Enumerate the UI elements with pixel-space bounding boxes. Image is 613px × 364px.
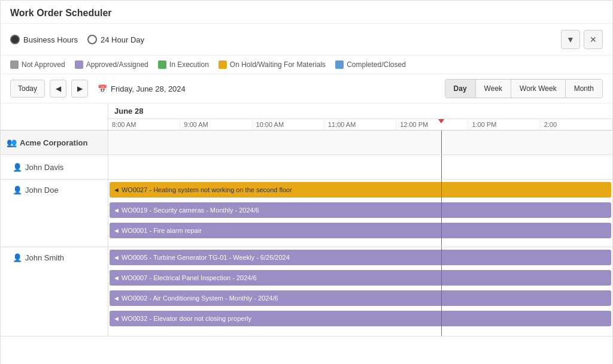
time-11am: 11:00 AM xyxy=(324,119,396,130)
legend-on-hold: On Hold/Waiting For Materials xyxy=(219,60,326,69)
prev-button[interactable]: ◀ xyxy=(50,80,66,98)
header-times: 8:00 AM 9:00 AM 10:00 AM 11:00 AM 12:00 … xyxy=(108,119,612,130)
acme-label: 👥 Acme Corporation xyxy=(1,131,108,154)
date-display: 📅 Friday, June 28, 2024 xyxy=(93,84,190,93)
time-10am: 10:00 AM xyxy=(253,119,324,130)
header-resource-col xyxy=(1,104,108,130)
john-doe-events: ◄ WO0027 - Heating system not working on… xyxy=(108,180,612,247)
close-button[interactable]: ✕ xyxy=(584,30,603,49)
time-8am: 8:00 AM xyxy=(108,119,180,130)
app-title: Work Order Scheduler xyxy=(10,8,603,19)
time-1pm: 1:00 PM xyxy=(468,119,540,130)
resource-row-acme: 👥 Acme Corporation xyxy=(1,131,612,155)
john-davis-events xyxy=(108,155,612,179)
current-date-label: Friday, June 28, 2024 xyxy=(111,84,186,93)
legend-box-completed xyxy=(335,60,344,69)
resource-row-john-davis: 👤 John Davis xyxy=(1,155,612,180)
24-hour-day-radio[interactable] xyxy=(87,35,97,44)
time-line-davis xyxy=(441,155,442,179)
date-label: June 28 xyxy=(108,104,612,119)
event-wo0002[interactable]: ◄ WO0002 - Air Conditioning System - Mon… xyxy=(110,290,611,306)
time-9am: 9:00 AM xyxy=(180,119,252,130)
toolbar-actions: ▼ ✕ xyxy=(561,30,603,49)
24-hour-day-label: 24 Hour Day xyxy=(101,35,144,44)
time-line-doe xyxy=(441,180,442,247)
legend-box-onhold xyxy=(219,60,227,69)
today-button[interactable]: Today xyxy=(10,80,45,98)
event-wo0007[interactable]: ◄ WO0007 - Electrical Panel Inspection -… xyxy=(110,270,611,286)
calendar-icon: 📅 xyxy=(98,84,107,93)
time-2: 2:00 xyxy=(541,119,612,130)
view-week-button[interactable]: Week xyxy=(476,80,511,98)
legend-box-approved xyxy=(75,60,83,69)
24-hour-day-option[interactable]: 24 Hour Day xyxy=(87,35,144,44)
schedule-rows: 👥 Acme Corporation 👤 John Davis xyxy=(1,131,612,364)
legend-label-approved: Approved/Assigned xyxy=(86,60,148,69)
next-button[interactable]: ▶ xyxy=(71,80,88,98)
time-12pm: 12:00 PM xyxy=(396,119,468,130)
legend-in-execution: In Execution xyxy=(158,60,209,69)
john-doe-label: 👤 John Doe xyxy=(1,180,108,247)
person-icon-smith: 👤 xyxy=(13,253,22,262)
time-indicator-triangle xyxy=(438,119,444,123)
person-icon-davis: 👤 xyxy=(13,163,22,172)
toolbar: Business Hours 24 Hour Day ▼ ✕ xyxy=(1,24,612,56)
john-smith-events: ◄ WO0005 - Turbine Generator TG-01 - Wee… xyxy=(108,247,612,336)
legend-bar: Not Approved Approved/Assigned In Execut… xyxy=(1,56,612,74)
view-buttons-group: Day Week Work Week Month xyxy=(445,79,603,98)
event-wo0001[interactable]: ◄ WO0001 - Fire alarm repair xyxy=(110,223,611,238)
view-workweek-button[interactable]: Work Week xyxy=(511,80,566,98)
john-smith-name: John Smith xyxy=(25,253,64,262)
acme-events xyxy=(108,131,612,154)
legend-label-onhold: On Hold/Waiting For Materials xyxy=(230,60,326,69)
legend-approved: Approved/Assigned xyxy=(75,60,148,69)
view-month-button[interactable]: Month xyxy=(566,80,602,98)
legend-not-approved: Not Approved xyxy=(10,60,65,69)
header-date-area: June 28 8:00 AM 9:00 AM 10:00 AM 11:00 A… xyxy=(108,104,612,130)
resource-row-john-doe: 👤 John Doe ◄ WO0027 - Heating system not… xyxy=(1,180,612,247)
group-icon: 👥 xyxy=(7,138,17,147)
acme-name: Acme Corporation xyxy=(20,138,87,147)
event-wo0019[interactable]: ◄ WO0019 - Security cameras - Monthly - … xyxy=(110,202,611,218)
legend-label-completed: Completed/Closed xyxy=(347,60,406,69)
legend-label-not-approved: Not Approved xyxy=(22,60,65,69)
filter-button[interactable]: ▼ xyxy=(561,30,580,49)
john-doe-name: John Doe xyxy=(25,186,59,195)
event-wo0005[interactable]: ◄ WO0005 - Turbine Generator TG-01 - Wee… xyxy=(110,250,611,265)
john-smith-label: 👤 John Smith xyxy=(1,247,108,336)
view-day-button[interactable]: Day xyxy=(445,80,476,98)
legend-label-execution: In Execution xyxy=(169,60,209,69)
legend-box-execution xyxy=(158,60,166,69)
event-wo0032[interactable]: ◄ WO0032 - Elevator door not closing pro… xyxy=(110,311,611,326)
john-davis-name: John Davis xyxy=(25,163,63,172)
legend-completed: Completed/Closed xyxy=(335,60,406,69)
view-radio-group: Business Hours 24 Hour Day xyxy=(10,35,549,44)
business-hours-radio[interactable] xyxy=(10,35,20,44)
business-hours-option[interactable]: Business Hours xyxy=(10,35,78,44)
time-header-row: June 28 8:00 AM 9:00 AM 10:00 AM 11:00 A… xyxy=(1,104,612,131)
nav-bar: Today ◀ ▶ 📅 Friday, June 28, 2024 Day We… xyxy=(1,74,612,104)
legend-box-not-approved xyxy=(10,60,19,69)
time-line-smith xyxy=(441,247,442,336)
event-wo0027[interactable]: ◄ WO0027 - Heating system not working on… xyxy=(110,182,611,198)
john-davis-label: 👤 John Davis xyxy=(1,155,108,179)
business-hours-label: Business Hours xyxy=(23,35,78,44)
scheduler: June 28 8:00 AM 9:00 AM 10:00 AM 11:00 A… xyxy=(1,104,612,364)
person-icon-doe: 👤 xyxy=(13,186,22,195)
app-header: Work Order Scheduler xyxy=(1,1,612,24)
app-container: Work Order Scheduler Business Hours 24 H… xyxy=(0,0,613,364)
time-line-acme xyxy=(441,131,442,154)
resource-row-john-smith: 👤 John Smith ◄ WO0005 - Turbine Generato… xyxy=(1,247,612,336)
